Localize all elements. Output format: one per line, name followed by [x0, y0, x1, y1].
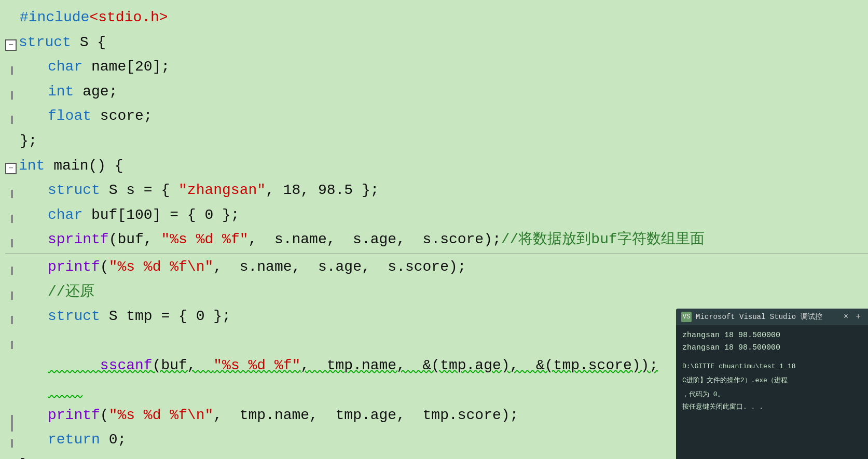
code-line-sprintf: sprintf(buf, "%s %d %f", s.name, s.age, …	[5, 227, 868, 252]
console-close-btn[interactable]: ×	[842, 312, 851, 322]
fold-struct-btn[interactable]: −	[5, 39, 17, 51]
vs-icon-text: VS	[683, 313, 690, 321]
int-kw: int	[48, 79, 82, 104]
int-main-kw: int	[19, 154, 53, 178]
console-path-1: D:\GITTE chuantimu\test_1_18	[682, 361, 862, 372]
code-line-struct-close: };	[5, 129, 868, 154]
code-editor: #include<stdio.h> − struct S { char name…	[0, 0, 868, 459]
sprintf-comment: //将数据放到buf字符数组里面	[501, 227, 705, 252]
console-title-text: Microsoft Visual Studio 调试控	[696, 312, 822, 322]
struct-s-rest: , 18, 98.5 };	[266, 178, 379, 203]
sprintf-func: sprintf	[48, 227, 109, 252]
fold-main-btn[interactable]: −	[5, 163, 17, 174]
include-header: <stdio.h>	[89, 5, 168, 30]
sscanf-args2: , tmp.name, &(tmp.age), &(tmp.score));	[300, 357, 658, 373]
sscanf-fmt: "%s %d %f"	[213, 357, 300, 373]
printf2-lparen: (	[100, 403, 109, 428]
char-kw: char	[48, 54, 91, 79]
code-line-comment: //还原	[5, 280, 868, 304]
console-path-3: ，代码为 0。	[682, 390, 862, 400]
struct-kw2: struct	[48, 178, 109, 203]
code-line-char-buf: char buf[100] = { 0 };	[5, 203, 868, 228]
console-add-btn[interactable]: +	[853, 312, 863, 322]
sscanf-args1: (buf,	[153, 357, 214, 373]
return-kw: return	[48, 427, 109, 452]
code-line-int-age: int age;	[5, 79, 868, 104]
score-code: score;	[100, 104, 153, 129]
code-line-float-score: float score;	[5, 104, 868, 129]
struct-kw3: struct	[48, 304, 109, 329]
code-line-struct-s: struct S s = { "zhangsan", 18, 98.5 };	[5, 178, 868, 203]
struct-kw: struct	[19, 30, 80, 55]
printf2-fmt: "%s %d %f\n"	[109, 403, 214, 428]
float-kw: float	[48, 104, 100, 129]
console-titlebar: VS Microsoft Visual Studio 调试控 × +	[676, 309, 868, 325]
console-popup: VS Microsoft Visual Studio 调试控 × + zhang…	[676, 309, 868, 459]
printf1-func: printf	[48, 255, 100, 280]
return-val: 0;	[109, 427, 127, 452]
console-output-2: zhangsan 18 98.500000	[682, 342, 862, 354]
separator-line	[5, 253, 868, 254]
console-title-btns[interactable]: × +	[842, 312, 863, 322]
main-close: }	[20, 452, 29, 459]
code-line-main-open: − int main() {	[5, 154, 868, 178]
sprintf-args2: , s.name, s.age, s.score);	[248, 227, 501, 252]
printf2-args: , tmp.name, tmp.age, tmp.score);	[213, 403, 518, 428]
main-func: main() {	[53, 154, 123, 178]
code-line-printf1: printf("%s %d %f\n", s.name, s.age, s.sc…	[5, 255, 868, 280]
console-title-left: VS Microsoft Visual Studio 调试控	[681, 312, 822, 322]
sscanf-line: sscanf(buf, "%s %d %f", tmp.name, &(tmp.…	[48, 329, 658, 403]
printf1-fmt: "%s %d %f\n"	[109, 255, 214, 280]
console-output-1: zhangsan 18 98.500000	[682, 329, 862, 342]
include-keyword: #include	[20, 5, 89, 30]
str-zhangsan: "zhangsan"	[178, 178, 266, 203]
char-kw2: char	[48, 203, 91, 228]
sprintf-fmt: "%s %d %f"	[161, 227, 248, 252]
buf-code: buf[100] = { 0 };	[91, 203, 240, 228]
code-line-include: #include<stdio.h>	[5, 5, 868, 30]
char-name-code: name[20];	[91, 54, 170, 79]
vs-icon: VS	[681, 312, 692, 322]
console-body: zhangsan 18 98.500000 zhangsan 18 98.500…	[676, 325, 868, 417]
printf2-func: printf	[48, 403, 100, 428]
struct-name: S {	[80, 30, 106, 55]
sprintf-args1: (buf,	[109, 227, 161, 252]
printf1-args: , s.name, s.age, s.score);	[213, 255, 466, 280]
comment-restore: //还原	[48, 280, 94, 304]
console-path-2: C进阶】文件的操作2）.exe（进程	[682, 375, 862, 386]
code-line-struct-open: − struct S {	[5, 30, 868, 55]
struct-close: };	[20, 129, 37, 154]
sscanf-func: sscanf	[100, 357, 153, 373]
struct-s-code: S s = {	[109, 178, 178, 203]
printf1-lparen: (	[100, 255, 109, 280]
console-footer: 按任意键关闭此窗口. . .	[682, 402, 862, 413]
code-line-char-name: char name[20];	[5, 54, 868, 79]
struct-tmp-code: S tmp = { 0 };	[109, 304, 231, 329]
age-code: age;	[82, 79, 117, 104]
